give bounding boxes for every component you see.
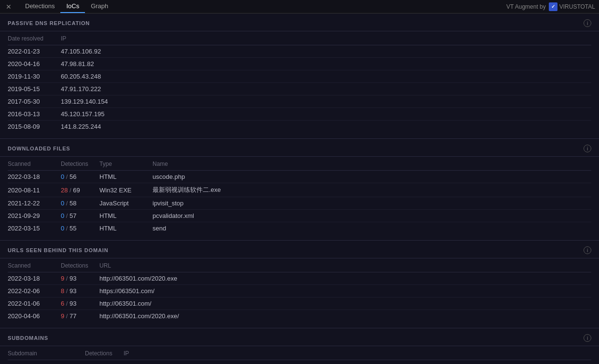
file-scanned: 2021-09-29	[8, 210, 61, 222]
file-name: send	[153, 222, 591, 235]
downloaded-files-table: Scanned Detections Type Name 2022-03-18 …	[8, 157, 591, 234]
dns-ip: 47.91.170.222	[61, 83, 591, 95]
subdomains-title: SUBDOMAINS	[8, 335, 48, 341]
table-row: 2020-04-16 47.98.81.82	[8, 58, 591, 70]
file-name: pcvalidator.xml	[153, 210, 591, 222]
url-scanned: 2020-04-06	[8, 310, 61, 323]
url-scanned: 2022-02-06	[8, 285, 61, 297]
downloaded-files-table-wrap: Scanned Detections Type Name 2022-03-18 …	[0, 157, 599, 240]
dns-date: 2022-01-23	[8, 45, 61, 58]
urls-header: URLS SEEN BEHIND THIS DOMAIN i	[0, 241, 599, 258]
urls-title: URLS SEEN BEHIND THIS DOMAIN	[8, 247, 109, 253]
col-header-ip2: IP	[124, 346, 591, 360]
table-row: 2022-02-06 8 / 93 https://063501.com/	[8, 285, 591, 297]
downloaded-files-info-icon[interactable]: i	[584, 145, 591, 152]
file-detections: 0 / 57	[61, 210, 99, 222]
file-name: 最新弱视训练软件二.exe	[153, 183, 591, 197]
dns-date: 2017-05-30	[8, 95, 61, 108]
subdomain-ip: 47.105.106.92	[124, 360, 591, 364]
subdomains-header: SUBDOMAINS i	[0, 328, 599, 346]
url-value[interactable]: https://063501.com/	[99, 285, 591, 297]
table-row: 2021-12-22 0 / 58 JavaScript ipvisit_sto…	[8, 197, 591, 210]
close-button[interactable]: ✕	[4, 2, 14, 12]
dns-date: 2015-08-09	[8, 121, 61, 133]
dns-date: 2020-04-16	[8, 58, 61, 70]
col-header-date: Date resolved	[8, 31, 61, 45]
dns-ip: 60.205.43.248	[61, 70, 591, 83]
url-detections: 8 / 93	[61, 285, 99, 297]
table-row: 2016-03-13 45.120.157.195	[8, 108, 591, 121]
subdomain-detections: 6 / 91	[85, 360, 124, 364]
dns-date: 2019-05-15	[8, 83, 61, 95]
file-type: HTML	[99, 171, 153, 183]
urls-section: URLS SEEN BEHIND THIS DOMAIN i Scanned D…	[0, 241, 599, 328]
file-detections: 28 / 69	[61, 183, 99, 197]
url-value[interactable]: http://063501.com/2020.exe/	[99, 310, 591, 323]
file-scanned: 2022-03-18	[8, 171, 61, 183]
urls-table-wrap: Scanned Detections URL 2022-03-18 9 / 93…	[0, 258, 599, 328]
col-header-detections: Detections	[61, 157, 99, 171]
url-value[interactable]: http://063501.com/	[99, 297, 591, 310]
table-row: 2017-05-30 139.129.140.154	[8, 95, 591, 108]
downloaded-files-title: DOWNLOADED FILES	[8, 146, 70, 151]
urls-info-icon[interactable]: i	[584, 246, 591, 254]
subdomains-table: Subdomain Detections IP www.063501.com 6…	[8, 346, 591, 364]
table-row: 2015-08-09 141.8.225.244	[8, 121, 591, 133]
dns-date: 2016-03-13	[8, 108, 61, 121]
file-type: Win32 EXE	[99, 183, 153, 197]
file-scanned: 2020-08-11	[8, 183, 61, 197]
tab-iocs[interactable]: IoCs	[60, 0, 85, 13]
table-row: 2021-09-29 0 / 57 HTML pcvalidator.xml	[8, 210, 591, 222]
passive-dns-table: Date resolved IP 2022-01-23 47.105.106.9…	[8, 31, 591, 133]
subdomains-info-icon[interactable]: i	[584, 334, 591, 342]
main-content: PASSIVE DNS REPLICATION i Date resolved …	[0, 13, 599, 364]
file-detections: 0 / 55	[61, 222, 99, 235]
table-row: 2022-01-06 6 / 93 http://063501.com/	[8, 297, 591, 310]
passive-dns-title: PASSIVE DNS REPLICATION	[8, 20, 90, 26]
url-detections: 9 / 93	[61, 272, 99, 285]
subdomains-section: SUBDOMAINS i Subdomain Detections IP www…	[0, 328, 599, 364]
file-type: HTML	[99, 210, 153, 222]
dns-ip: 141.8.225.244	[61, 121, 591, 133]
table-row: 2019-11-30 60.205.43.248	[8, 70, 591, 83]
col-header-type: Type	[99, 157, 153, 171]
subdomains-table-wrap: Subdomain Detections IP www.063501.com 6…	[0, 346, 599, 364]
url-scanned: 2022-03-18	[8, 272, 61, 285]
col-header-url: URL	[99, 258, 591, 272]
table-row: 2022-03-15 0 / 55 HTML send	[8, 222, 591, 235]
downloaded-files-header: DOWNLOADED FILES i	[0, 139, 599, 157]
table-row: www.063501.com 6 / 91 47.105.106.92	[8, 360, 591, 364]
virustotal-logo: ✓ VIRUSTOTAL	[549, 2, 595, 11]
url-detections: 9 / 77	[61, 310, 99, 323]
col-header-name: Name	[153, 157, 591, 171]
file-detections: 0 / 58	[61, 197, 99, 210]
col-header-scanned: Scanned	[8, 157, 61, 171]
file-scanned: 2021-12-22	[8, 197, 61, 210]
file-name: ipvisit_stop	[153, 197, 591, 210]
table-row: 2020-04-06 9 / 77 http://063501.com/2020…	[8, 310, 591, 323]
col-header-detections3: Detections	[85, 346, 124, 360]
col-header-subdomain: Subdomain	[8, 346, 85, 360]
downloaded-files-section: DOWNLOADED FILES i Scanned Detections Ty…	[0, 139, 599, 241]
table-row: 2022-01-23 47.105.106.92	[8, 45, 591, 58]
subdomain-name: www.063501.com	[8, 360, 85, 364]
app-header: ✕ Detections IoCs Graph VT Augment by ✓ …	[0, 0, 599, 13]
passive-dns-info-icon[interactable]: i	[584, 19, 591, 27]
col-header-scanned2: Scanned	[8, 258, 61, 272]
vt-augment-branding: VT Augment by ✓ VIRUSTOTAL	[506, 2, 595, 11]
tab-detections[interactable]: Detections	[19, 0, 60, 13]
dns-ip: 47.98.81.82	[61, 58, 591, 70]
file-type: HTML	[99, 222, 153, 235]
passive-dns-table-wrap: Date resolved IP 2022-01-23 47.105.106.9…	[0, 31, 599, 138]
passive-dns-header: PASSIVE DNS REPLICATION i	[0, 13, 599, 31]
tab-graph[interactable]: Graph	[85, 0, 114, 13]
file-detections: 0 / 56	[61, 171, 99, 183]
url-value[interactable]: http://063501.com/2020.exe	[99, 272, 591, 285]
table-row: 2022-03-18 0 / 56 HTML uscode.php	[8, 171, 591, 183]
file-name: uscode.php	[153, 171, 591, 183]
dns-ip: 45.120.157.195	[61, 108, 591, 121]
col-header-detections2: Detections	[61, 258, 99, 272]
url-scanned: 2022-01-06	[8, 297, 61, 310]
col-header-ip: IP	[61, 31, 591, 45]
dns-ip: 139.129.140.154	[61, 95, 591, 108]
